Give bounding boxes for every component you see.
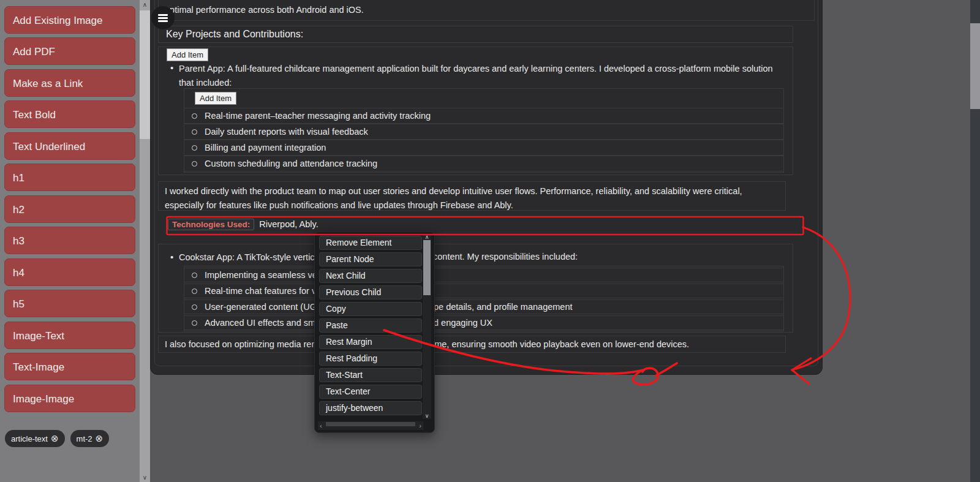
list-item[interactable]: Custom scheduling and attendance trackin… bbox=[184, 156, 784, 171]
list-item[interactable]: Implementing a seamless vertical vid bbox=[184, 268, 784, 282]
list-item-text: Real-time parent–teacher messaging and a… bbox=[205, 111, 431, 121]
project-title-right: content. My responsibilities included: bbox=[433, 252, 578, 262]
scroll-right-icon[interactable]: › bbox=[419, 421, 421, 430]
paragraph-text: I worked directly with the product team … bbox=[165, 184, 778, 213]
remove-tag-icon[interactable]: ⊗ bbox=[96, 433, 104, 444]
h3-button[interactable]: h3 bbox=[4, 227, 135, 254]
menu-item-rest-padding[interactable]: Rest Padding bbox=[319, 352, 422, 366]
menu-item-remove-element[interactable]: Remove Element bbox=[319, 236, 422, 250]
list-item-text: Custom scheduling and attendance trackin… bbox=[205, 159, 377, 168]
menu-item-rest-margin[interactable]: Rest Margin bbox=[319, 335, 422, 349]
tag-mt-2[interactable]: mt-2 ⊗ bbox=[70, 430, 110, 447]
scrollbar-thumb[interactable] bbox=[970, 23, 980, 109]
bullet-circle-icon bbox=[192, 113, 197, 119]
paragraph-text-left: I also focused on optimizing media rende… bbox=[165, 339, 329, 349]
hamburger-icon bbox=[158, 14, 168, 16]
section-heading: Key Projects and Contributions: bbox=[166, 29, 303, 40]
list-item[interactable]: Real-time parent–teacher messaging and a… bbox=[184, 108, 784, 124]
menu-item-justify-between[interactable]: justify-between bbox=[319, 401, 422, 415]
bullet-circle-icon bbox=[192, 288, 197, 294]
add-item-button[interactable]: Add Item bbox=[167, 48, 208, 61]
bullet-circle-icon bbox=[192, 145, 197, 151]
project-title[interactable]: Cookstar App: A TikTok-style vertical vi… bbox=[179, 252, 785, 263]
scroll-up-icon[interactable]: ∧ bbox=[423, 234, 431, 240]
menu-item-previous-child[interactable]: Previous Child bbox=[319, 285, 422, 299]
bullet-circle-icon bbox=[192, 161, 197, 167]
technologies-value: Riverpod, Ably. bbox=[259, 219, 318, 229]
context-menu: Remove Element Parent Node Next Child Pr… bbox=[314, 232, 435, 433]
sidebar-scrollbar[interactable]: ∧ ∨ bbox=[140, 0, 150, 482]
list-item-text-right: pe details, and profile management bbox=[434, 302, 573, 312]
list-item-text: Daily student reports with visual feedba… bbox=[205, 127, 368, 137]
text-bold-button[interactable]: Text Bold bbox=[4, 100, 135, 128]
scrollbar-thumb[interactable] bbox=[326, 422, 415, 426]
bullet-dot: • bbox=[170, 62, 173, 73]
make-as-link-button[interactable]: Make as a Link bbox=[4, 69, 135, 97]
h4-button[interactable]: h4 bbox=[4, 258, 135, 286]
scroll-left-icon[interactable]: ‹ bbox=[320, 421, 322, 430]
bullet-circle-icon bbox=[192, 273, 197, 278]
tag-label: article-text bbox=[11, 434, 48, 443]
scrollbar-thumb[interactable] bbox=[140, 10, 150, 139]
menu-item-text-start[interactable]: Text-Start bbox=[319, 368, 422, 382]
h2-button[interactable]: h2 bbox=[4, 195, 135, 223]
image-image-button[interactable]: Image-Image bbox=[4, 385, 135, 412]
paragraph-block[interactable]: optimal performance across both Android … bbox=[158, 0, 815, 21]
paragraph-text-right: ime, ensuring smooth video playback even… bbox=[432, 339, 689, 349]
menu-horizontal-scrollbar[interactable]: ‹ › bbox=[318, 421, 423, 430]
tag-article-text[interactable]: article-text ⊗ bbox=[5, 430, 65, 447]
paragraph-block[interactable]: I also focused on optimizing media rende… bbox=[158, 336, 786, 353]
technologies-label: Technologies Used: bbox=[168, 219, 254, 230]
scroll-down-icon[interactable]: ∨ bbox=[140, 474, 150, 481]
menu-item-text-center[interactable]: Text-Center bbox=[319, 385, 422, 399]
h5-button[interactable]: h5 bbox=[4, 290, 135, 317]
text-underlined-button[interactable]: Text Underlined bbox=[4, 132, 135, 160]
scroll-up-icon[interactable]: ∧ bbox=[140, 1, 150, 8]
list-item[interactable]: Real-time chat features for viewer–cr bbox=[184, 284, 784, 298]
add-pdf-button[interactable]: Add PDF bbox=[4, 37, 135, 65]
remove-tag-icon[interactable]: ⊗ bbox=[51, 433, 59, 444]
menu-item-paste[interactable]: Paste bbox=[319, 318, 422, 333]
bullet-circle-icon bbox=[192, 129, 197, 135]
list-item[interactable]: Advanced UI effects and smooth anim d en… bbox=[184, 315, 784, 330]
tag-label: mt-2 bbox=[77, 434, 92, 443]
paragraph-block[interactable]: I worked directly with the product team … bbox=[158, 181, 786, 211]
window-scrollbar[interactable] bbox=[970, 0, 980, 482]
h1-button[interactable]: h1 bbox=[4, 164, 135, 191]
scroll-down-icon[interactable]: ∨ bbox=[423, 413, 431, 419]
menu-item-parent-node[interactable]: Parent Node bbox=[319, 252, 422, 266]
list-item-text-right: d engaging UX bbox=[434, 318, 492, 328]
add-item-button[interactable]: Add Item bbox=[195, 92, 236, 105]
list-item[interactable]: User-generated content (UGC) suppo pe de… bbox=[184, 299, 784, 314]
image-text-button[interactable]: Image-Text bbox=[4, 322, 135, 349]
bullet-circle-icon bbox=[192, 304, 197, 310]
menu-vertical-scrollbar[interactable]: ∧ ∨ bbox=[423, 234, 431, 419]
add-existing-image-button[interactable]: Add Existing Image bbox=[4, 6, 135, 34]
bullet-circle-icon bbox=[192, 320, 197, 326]
list-item-text: Billing and payment integration bbox=[205, 143, 326, 153]
app-window: Add Existing Image Add PDF Make as a Lin… bbox=[0, 0, 980, 482]
text-image-button[interactable]: Text-Image bbox=[4, 353, 135, 380]
paragraph-text: optimal performance across both Android … bbox=[165, 5, 364, 15]
menu-item-copy[interactable]: Copy bbox=[319, 302, 422, 316]
technologies-row[interactable]: Technologies Used:Riverpod, Ably. bbox=[168, 219, 318, 230]
class-tags: article-text ⊗ mt-2 ⊗ bbox=[5, 430, 109, 447]
bullet-dot: • bbox=[170, 252, 173, 262]
menu-item-next-child[interactable]: Next Child bbox=[319, 269, 422, 283]
scrollbar-thumb[interactable] bbox=[423, 240, 431, 295]
hamburger-menu-button[interactable] bbox=[151, 6, 175, 29]
toolbox-sidebar: Add Existing Image Add PDF Make as a Lin… bbox=[0, 0, 140, 482]
list-item[interactable]: Billing and payment integration bbox=[184, 140, 784, 156]
list-item[interactable]: Daily student reports with visual feedba… bbox=[184, 124, 784, 140]
project-title[interactable]: Parent App: A full-featured childcare ma… bbox=[179, 62, 782, 90]
section-heading-block[interactable]: Key Projects and Contributions: bbox=[158, 26, 793, 43]
